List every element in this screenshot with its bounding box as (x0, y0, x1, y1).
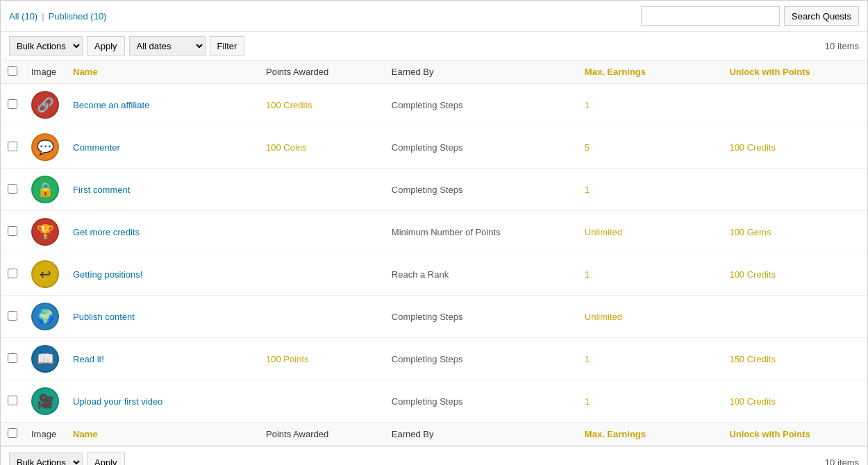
select-all-checkbox-footer[interactable] (8, 428, 17, 438)
row-points-awarded: 100 Points (259, 338, 385, 380)
row-checkbox[interactable] (8, 353, 17, 363)
row-earned-by: Completing Steps (385, 338, 578, 380)
row-name-cell: Getting positions! (66, 253, 259, 296)
points-value: 100 Points (266, 354, 308, 364)
apply-button-top[interactable]: Apply (87, 36, 125, 56)
table-header-row: Image Name Points Awarded Earned By Max.… (1, 60, 867, 84)
row-earned-by: Completing Steps (385, 169, 578, 211)
table-row: ↩ Getting positions! Reach a Rank 1 100 … (1, 253, 867, 296)
quest-icon: 🎥 (31, 387, 59, 415)
row-checkbox[interactable] (8, 269, 17, 278)
row-max-earnings: 1 (578, 84, 723, 126)
row-earned-by: Completing Steps (385, 380, 578, 423)
items-count-bottom: 10 items (825, 457, 859, 466)
quest-name-link[interactable]: Upload your first video (73, 396, 162, 407)
max-earnings-value: 5 (585, 142, 590, 153)
row-max-earnings: 1 (578, 380, 723, 423)
row-points-awarded (259, 380, 385, 423)
earned-by-value: Completing Steps (392, 142, 463, 153)
earned-by-value: Completing Steps (392, 312, 463, 322)
row-points-awarded (259, 211, 385, 253)
row-max-earnings: 1 (578, 338, 723, 380)
header-points-awarded: Points Awarded (259, 60, 385, 84)
quest-icon: 🔗 (31, 91, 59, 119)
row-earned-by: Reach a Rank (385, 253, 578, 296)
action-bar-top: Bulk Actions Apply All dates Filter 10 i… (1, 32, 867, 60)
row-points-awarded (259, 253, 385, 296)
table-row: 🎥 Upload your first video Completing Ste… (1, 380, 867, 423)
quest-name-link[interactable]: Get more credits (73, 227, 140, 237)
row-points-awarded (259, 296, 385, 338)
action-left-top: Bulk Actions Apply All dates Filter (9, 36, 244, 56)
row-unlock-with-points: 150 Credits (722, 338, 867, 380)
table-row: 📖 Read it! 100 Points Completing Steps 1… (1, 338, 867, 380)
row-name-cell: First comment (66, 169, 259, 211)
quest-name-link[interactable]: First comment (73, 185, 130, 195)
header-name: Name (66, 60, 259, 84)
quest-icon: 💬 (31, 133, 59, 161)
earned-by-value: Completing Steps (392, 354, 463, 364)
bulk-actions-select-top[interactable]: Bulk Actions (9, 36, 83, 56)
row-name-cell: Upload your first video (66, 380, 259, 423)
footer-header-name: Name (66, 423, 259, 446)
row-checkbox[interactable] (8, 99, 17, 109)
row-unlock-with-points: 100 Credits (722, 380, 867, 423)
search-button[interactable]: Search Quests (784, 6, 859, 26)
row-unlock-with-points (722, 296, 867, 338)
row-checkbox-cell (1, 338, 24, 380)
row-max-earnings: 5 (578, 126, 723, 169)
table-row: 💬 Commenter 100 Coins Completing Steps 5… (1, 126, 867, 169)
row-name-cell: Read it! (66, 338, 259, 380)
earned-by-value: Completing Steps (392, 100, 463, 110)
table-body: 🔗 Become an affiliate 100 Credits Comple… (1, 84, 867, 423)
footer-header-earned-by: Earned By (385, 423, 578, 446)
unlock-value: 150 Credits (729, 354, 775, 364)
max-earnings-value: Unlimited (585, 227, 622, 237)
footer-checkbox-cell (1, 423, 24, 446)
row-checkbox-cell (1, 296, 24, 338)
earned-by-value: Reach a Rank (392, 269, 449, 280)
table-row: 🔒 First comment Completing Steps 1 (1, 169, 867, 211)
row-unlock-with-points (722, 169, 867, 211)
table-footer-header-row: Image Name Points Awarded Earned By Max.… (1, 423, 867, 446)
action-left-bottom: Bulk Actions Apply (9, 453, 125, 465)
earned-by-value: Completing Steps (392, 185, 463, 195)
quest-name-link[interactable]: Getting positions! (73, 269, 142, 280)
max-earnings-value: Unlimited (585, 312, 622, 322)
row-points-awarded (259, 169, 385, 211)
row-checkbox[interactable] (8, 142, 17, 151)
max-earnings-value: 1 (585, 269, 590, 280)
row-unlock-with-points: 100 Credits (722, 253, 867, 296)
row-checkbox-cell (1, 84, 24, 126)
quest-name-link[interactable]: Publish content (73, 312, 135, 322)
all-label: All (9, 11, 19, 22)
items-count-top: 10 items (825, 41, 859, 51)
row-checkbox[interactable] (8, 226, 17, 236)
search-input[interactable] (641, 6, 780, 26)
row-image-cell: 💬 (24, 126, 66, 169)
apply-button-bottom[interactable]: Apply (87, 453, 125, 465)
row-checkbox[interactable] (8, 184, 17, 194)
published-count: (10) (90, 11, 106, 22)
dates-select[interactable]: All dates (129, 36, 206, 56)
published-filter-link[interactable]: Published (10) (49, 11, 107, 22)
bulk-actions-select-bottom[interactable]: Bulk Actions (9, 453, 83, 465)
quest-icon: 🔒 (31, 176, 59, 203)
row-image-cell: 🎥 (24, 380, 66, 423)
row-checkbox[interactable] (8, 396, 17, 405)
row-image-cell: 🔒 (24, 169, 66, 211)
quest-name-link[interactable]: Become an affiliate (73, 100, 149, 110)
quest-name-link[interactable]: Commenter (73, 142, 120, 153)
quest-name-link[interactable]: Read it! (73, 354, 104, 364)
row-checkbox[interactable] (8, 311, 17, 321)
header-image: Image (24, 60, 66, 84)
table-row: 🌍 Publish content Completing Steps Unlim… (1, 296, 867, 338)
row-image-cell: 🌍 (24, 296, 66, 338)
all-filter-link[interactable]: All (10) (9, 11, 37, 22)
row-name-cell: Publish content (66, 296, 259, 338)
select-all-checkbox[interactable] (8, 66, 17, 76)
header-earned-by: Earned By (385, 60, 578, 84)
footer-header-points-awarded: Points Awarded (259, 423, 385, 446)
row-checkbox-cell (1, 380, 24, 423)
filter-button[interactable]: Filter (210, 36, 245, 56)
